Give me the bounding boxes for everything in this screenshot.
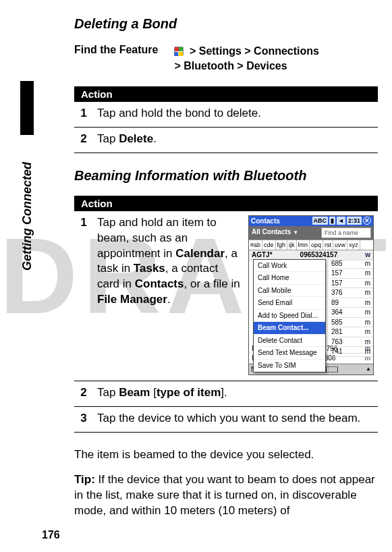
paragraph-tip: Tip: If the device that you want to beam… (74, 472, 378, 519)
step-text: Tap the device to which you want to send… (93, 407, 378, 433)
action-header-2: Action (74, 196, 378, 211)
path-sep4: > (237, 60, 246, 72)
menu-send-email[interactable]: Send Email (254, 297, 325, 310)
ui-beam: Beam (119, 386, 150, 399)
heading-deleting-bond: Deleting a Bond (74, 16, 378, 32)
ui-type-of-item: type of item (157, 386, 221, 399)
ui-calendar: Calendar (175, 247, 225, 260)
app-title: Contacts (251, 217, 280, 226)
tray-clock: 2:31 (347, 217, 362, 225)
ui-tasks: Tasks (134, 262, 165, 275)
find-the-feature-label: Find the Feature (74, 44, 158, 74)
step-number: 1 (74, 211, 93, 381)
ui-delete: Delete (119, 132, 153, 145)
context-menu[interactable]: Call Work Call Home Call Mobile Send Ema… (253, 259, 326, 373)
side-tab-marker (20, 81, 34, 135)
action-table-1: Action 1 Tap and hold the bond to delete… (74, 86, 378, 153)
menu-beam-contact[interactable]: Beam Contact... (254, 322, 325, 335)
ui-file-manager: File Manager (97, 293, 167, 306)
tray-volume-icon: ◄ (337, 217, 345, 225)
device-screenshot: Contacts ABC ▮ ◄ 2:31 ✕ All Conta (248, 215, 374, 376)
path-devices: Devices (246, 60, 287, 72)
contacts-filter[interactable]: All Contacts ▼ (249, 226, 319, 240)
step-text: Tap Beam [type of item]. (93, 381, 378, 407)
step-text: Tap Delete. (93, 127, 378, 153)
step-text: Tap and hold an item to beam, such as an… (93, 211, 378, 381)
menu-send-text[interactable]: Send Text Message (254, 347, 325, 360)
menu-save-to-sim[interactable]: Save To SIM (254, 360, 325, 372)
tray-signal-icon: ▮ (329, 217, 335, 225)
menu-call-work[interactable]: Call Work (254, 260, 325, 273)
alpha-tabs[interactable]: #abcdefghijklmnopqrstuvwxyz (249, 240, 373, 250)
menu-call-home[interactable]: Call Home (254, 272, 325, 285)
path-sep2: > (244, 45, 254, 57)
paragraph-result: The item is beamed to the device you sel… (74, 447, 378, 463)
step-text: Tap and hold the bond to delete. (93, 102, 378, 127)
path-sep3: > (174, 60, 184, 72)
step-number: 1 (74, 102, 93, 127)
search-input[interactable]: Find a name (321, 227, 371, 238)
menu-call-mobile[interactable]: Call Mobile (254, 285, 325, 298)
tray-keyboard-mode: ABC (312, 217, 329, 225)
action-header-1: Action (74, 86, 378, 102)
step-number: 2 (74, 127, 93, 153)
action-table-2: Action 1 Tap and hold an item to beam, s… (74, 196, 378, 433)
keyboard-icon[interactable] (326, 366, 338, 372)
page-number: 176 (42, 529, 60, 541)
side-chapter-label: Getting Connected (20, 162, 34, 271)
menu-add-speed-dial[interactable]: Add to Speed Dial... (254, 310, 325, 323)
menu-delete-contact[interactable]: Delete Contact (254, 335, 325, 348)
path-connections: Connections (254, 45, 319, 57)
chevron-down-icon: ▼ (293, 229, 298, 236)
step-number: 2 (74, 381, 93, 407)
nav-path: > Settings > Connections > Bluetooth > D… (174, 44, 319, 74)
path-settings: Settings (199, 45, 242, 57)
path-bluetooth: Bluetooth (184, 60, 234, 72)
ui-contacts: Contacts (135, 277, 184, 290)
start-icon (174, 47, 184, 56)
step-number: 3 (74, 407, 93, 433)
chevron-up-icon: ▲ (366, 366, 371, 373)
path-sep1: > (190, 45, 199, 57)
heading-beaming: Beaming Information with Bluetooth (74, 168, 378, 184)
close-icon[interactable]: ✕ (363, 217, 371, 225)
